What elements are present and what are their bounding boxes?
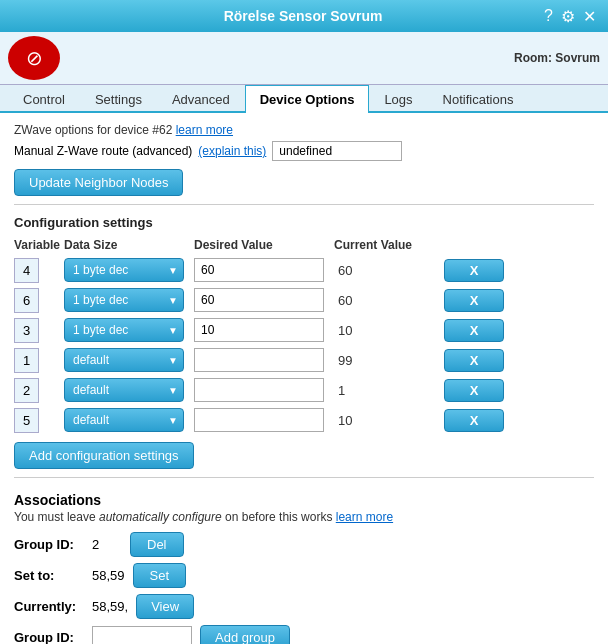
title-bar: Rörelse Sensor Sovrum ? ⚙ ✕ <box>0 0 608 32</box>
manual-route-input[interactable] <box>272 141 402 161</box>
add-config-button[interactable]: Add configuration settings <box>14 442 194 469</box>
view-button[interactable]: View <box>136 594 194 619</box>
data-size-select[interactable]: 1 byte decdefault <box>64 258 184 282</box>
data-size-wrapper[interactable]: 1 byte decdefault <box>64 288 184 312</box>
desired-input[interactable] <box>194 348 324 372</box>
current-value: 10 <box>334 413 444 428</box>
data-size-select[interactable]: 1 byte decdefault <box>64 288 184 312</box>
data-size-wrapper[interactable]: 1 byte decdefault <box>64 318 184 342</box>
learn-more-link[interactable]: learn more <box>176 123 233 137</box>
data-size-select[interactable]: default1 byte dec <box>64 408 184 432</box>
help-icon[interactable]: ? <box>544 7 553 26</box>
update-neighbor-button[interactable]: Update Neighbor Nodes <box>14 169 183 196</box>
x-button[interactable]: X <box>444 409 504 432</box>
tab-logs[interactable]: Logs <box>369 85 427 113</box>
x-button[interactable]: X <box>444 259 504 282</box>
group-id-value: 2 <box>92 537 122 552</box>
assoc-learn-more-link[interactable]: learn more <box>336 510 393 524</box>
tab-control[interactable]: Control <box>8 85 80 113</box>
desired-input[interactable] <box>194 378 324 402</box>
data-size-select[interactable]: default1 byte dec <box>64 348 184 372</box>
add-group-row: Group ID: Add group <box>14 625 594 644</box>
nav-tabs: Control Settings Advanced Device Options… <box>0 85 608 113</box>
close-icon[interactable]: ✕ <box>583 7 596 26</box>
associations-title: Associations <box>14 492 594 508</box>
zwave-info: ZWave options for device #62 learn more <box>14 123 594 137</box>
set-to-label: Set to: <box>14 568 84 583</box>
desired-input[interactable] <box>194 408 324 432</box>
data-size-wrapper[interactable]: 1 byte decdefault <box>64 258 184 282</box>
current-value: 10 <box>334 323 444 338</box>
explain-this-link[interactable]: (explain this) <box>198 144 266 158</box>
data-size-select[interactable]: default1 byte dec <box>64 378 184 402</box>
x-button[interactable]: X <box>444 289 504 312</box>
config-row: 5 default1 byte dec 10 X <box>14 408 594 432</box>
variable-box: 6 <box>14 288 39 313</box>
desired-input[interactable] <box>194 318 324 342</box>
variable-box: 5 <box>14 408 39 433</box>
config-header: Variable Data Size Desired Value Current… <box>14 236 594 254</box>
room-label: Room: Sovrum <box>514 51 600 65</box>
del-button[interactable]: Del <box>130 532 184 557</box>
window-title: Rörelse Sensor Sovrum <box>62 8 544 24</box>
header-row: ⊘ Room: Sovrum <box>0 32 608 85</box>
variable-box: 2 <box>14 378 39 403</box>
config-row: 3 1 byte decdefault 10 X <box>14 318 594 342</box>
logo: ⊘ <box>8 36 60 80</box>
set-button[interactable]: Set <box>133 563 187 588</box>
config-row: 6 1 byte decdefault 60 X <box>14 288 594 312</box>
x-button[interactable]: X <box>444 349 504 372</box>
current-value: 1 <box>334 383 444 398</box>
currently-value: 58,59, <box>92 599 128 614</box>
set-to-row: Set to: 58,59 Set <box>14 563 594 588</box>
window-controls[interactable]: ? ⚙ ✕ <box>544 7 596 26</box>
manual-route-row: Manual Z-Wave route (advanced) (explain … <box>14 141 594 161</box>
current-value: 60 <box>334 293 444 308</box>
add-group-button[interactable]: Add group <box>200 625 290 644</box>
x-button[interactable]: X <box>444 319 504 342</box>
associations-info: You must leave automatically configure o… <box>14 510 594 524</box>
data-size-select[interactable]: 1 byte decdefault <box>64 318 184 342</box>
new-group-id-label: Group ID: <box>14 630 84 644</box>
desired-input[interactable] <box>194 258 324 282</box>
desired-input[interactable] <box>194 288 324 312</box>
divider1 <box>14 204 594 205</box>
currently-label: Currently: <box>14 599 84 614</box>
x-button[interactable]: X <box>444 379 504 402</box>
currently-row: Currently: 58,59, View <box>14 594 594 619</box>
tab-notifications[interactable]: Notifications <box>428 85 529 113</box>
new-group-id-input[interactable] <box>92 626 192 645</box>
current-value: 99 <box>334 353 444 368</box>
data-size-wrapper[interactable]: default1 byte dec <box>64 378 184 402</box>
config-section-title: Configuration settings <box>14 215 594 230</box>
current-value: 60 <box>334 263 444 278</box>
variable-box: 1 <box>14 348 39 373</box>
data-size-wrapper[interactable]: default1 byte dec <box>64 408 184 432</box>
variable-box: 3 <box>14 318 39 343</box>
config-row: 4 1 byte decdefault 60 X <box>14 258 594 282</box>
set-to-value: 58,59 <box>92 568 125 583</box>
app-logo-icon: ⊘ <box>26 46 43 70</box>
variable-box: 4 <box>14 258 39 283</box>
divider2 <box>14 477 594 478</box>
config-row: 1 default1 byte dec 99 X <box>14 348 594 372</box>
group-id-label: Group ID: <box>14 537 84 552</box>
group-id-row: Group ID: 2 Del <box>14 532 594 557</box>
tab-advanced[interactable]: Advanced <box>157 85 245 113</box>
tab-device-options[interactable]: Device Options <box>245 85 370 113</box>
main-content: ZWave options for device #62 learn more … <box>0 113 608 644</box>
data-size-wrapper[interactable]: default1 byte dec <box>64 348 184 372</box>
config-row: 2 default1 byte dec 1 X <box>14 378 594 402</box>
tab-settings[interactable]: Settings <box>80 85 157 113</box>
gear-icon[interactable]: ⚙ <box>561 7 575 26</box>
